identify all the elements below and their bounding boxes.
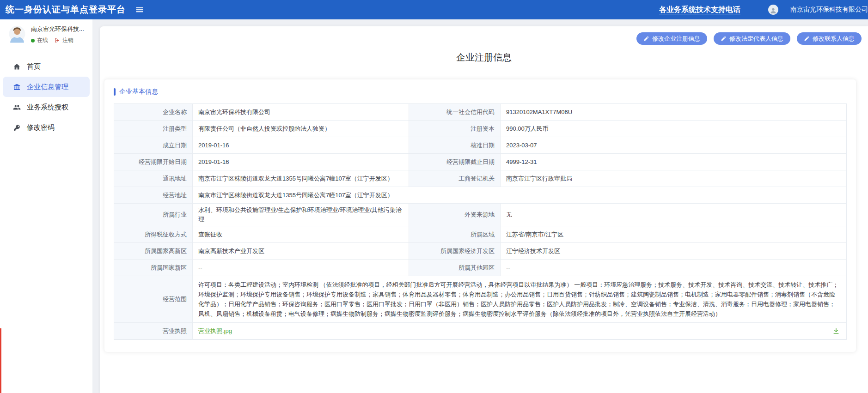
app-title: 统一身份认证与单点登录平台 bbox=[6, 4, 126, 16]
field-label: 通讯地址 bbox=[114, 170, 193, 187]
field-value: 无 bbox=[501, 204, 846, 226]
edit-icon bbox=[643, 36, 649, 42]
home-icon bbox=[13, 63, 21, 71]
user-avatar bbox=[7, 25, 27, 44]
key-icon bbox=[13, 124, 21, 132]
action-label: 修改法定代表人信息 bbox=[729, 35, 783, 43]
edit-legal-rep-button[interactable]: 修改法定代表人信息 bbox=[714, 32, 790, 45]
field-value: 南京市江宁区秣陵街道双龙大道1355号同曦公寓7幢107室（江宁开发区） bbox=[193, 187, 846, 204]
license-cell: 营业执照.jpg bbox=[193, 323, 846, 339]
field-value: -- bbox=[501, 260, 846, 276]
field-label: 所属国家高新区 bbox=[114, 243, 193, 260]
users-icon bbox=[13, 103, 21, 111]
business-scope-value: 许可项目：各类工程建设活动；室内环境检测 （依法须经批准的项目，经相关部门批准后… bbox=[193, 276, 846, 323]
info-card: 企业基本信息 企业名称南京宙光环保科技有限公司统一社会信用代码91320102M… bbox=[104, 79, 856, 352]
section-title: 企业基本信息 bbox=[119, 88, 158, 96]
field-value: 水利、环境和公共设施管理业/生态保护和环境治理业/环境治理业/其他污染治理 bbox=[193, 204, 409, 226]
field-label: 所属区域 bbox=[409, 226, 501, 243]
sidebar-item-label: 企业信息管理 bbox=[27, 83, 68, 91]
sidebar-username: 南京宙光环保科技... bbox=[31, 25, 84, 33]
online-status-label: 在线 bbox=[37, 36, 48, 44]
field-label: 营业执照 bbox=[114, 323, 193, 339]
field-label: 所属国家新区 bbox=[114, 260, 193, 276]
sidebar-item-home[interactable]: 首页 bbox=[3, 56, 90, 77]
field-value: 南京市江宁区行政审批局 bbox=[501, 170, 846, 187]
info-table: 企业名称南京宙光环保科技有限公司统一社会信用代码91320102MA1XT7M0… bbox=[114, 103, 847, 340]
support-phone-link[interactable]: 各业务系统技术支持电话 bbox=[659, 5, 740, 15]
field-label: 注册类型 bbox=[114, 121, 193, 137]
field-label: 经营范围 bbox=[114, 276, 193, 323]
field-label: 外资来源地 bbox=[409, 204, 501, 226]
field-value: 江苏省/南京市/江宁区 bbox=[501, 226, 846, 243]
field-value: 查账征收 bbox=[193, 226, 409, 243]
header-username: 南京宙光环保科技有限公司 bbox=[790, 6, 868, 14]
field-label: 所属其他园区 bbox=[409, 260, 501, 276]
action-label: 修改联系人信息 bbox=[813, 35, 855, 43]
edit-icon bbox=[721, 36, 727, 42]
field-value: 91320102MA1XT7M06U bbox=[501, 104, 846, 121]
field-value: 南京宙光环保科技有限公司 bbox=[193, 104, 409, 121]
field-label: 经营期限截止日期 bbox=[409, 154, 501, 170]
license-file-link[interactable]: 营业执照.jpg bbox=[198, 326, 232, 336]
field-value: 南京高新技术产业开发区 bbox=[193, 243, 409, 260]
field-label: 成立日期 bbox=[114, 137, 193, 154]
field-value: -- bbox=[193, 260, 409, 276]
edit-icon bbox=[804, 36, 810, 42]
red-edge-marker bbox=[0, 328, 1, 393]
page-title: 企业注册信息 bbox=[100, 51, 868, 64]
sidebar-item-label: 业务系统授权 bbox=[27, 103, 68, 112]
field-label: 经营地址 bbox=[114, 187, 193, 204]
sidebar-item-change-password[interactable]: 修改密码 bbox=[3, 117, 90, 138]
download-icon[interactable] bbox=[832, 327, 840, 335]
sidebar-item-enterprise-info[interactable]: 企业信息管理 bbox=[3, 77, 90, 97]
field-value: 4999-12-31 bbox=[501, 154, 846, 170]
header-avatar bbox=[768, 5, 778, 15]
edit-registration-button[interactable]: 修改企业注册信息 bbox=[636, 32, 707, 45]
logout-icon bbox=[54, 37, 60, 43]
sidebar-item-system-auth[interactable]: 业务系统授权 bbox=[3, 97, 90, 117]
field-value: 有限责任公司（非自然人投资或控股的法人独资） bbox=[193, 121, 409, 137]
field-value: 南京市江宁区秣陵街道双龙大道1355号同曦公寓7幢107室（江宁开发区） bbox=[193, 170, 409, 187]
sidebar-user-block: 南京宙光环保科技... 在线 注销 bbox=[0, 19, 92, 49]
edit-contact-button[interactable]: 修改联系人信息 bbox=[797, 32, 862, 45]
section-accent-bar bbox=[114, 88, 116, 96]
sidebar-item-label: 修改密码 bbox=[27, 123, 55, 132]
field-value: 2023-03-07 bbox=[501, 137, 846, 154]
menu-toggle-icon[interactable] bbox=[135, 5, 144, 14]
field-label: 工商登记机关 bbox=[409, 170, 501, 187]
online-dot-icon bbox=[31, 39, 35, 42]
sidebar-item-label: 首页 bbox=[27, 62, 41, 71]
field-label: 所属国家经济开发区 bbox=[409, 243, 501, 260]
field-value: 2019-01-16 bbox=[193, 154, 409, 170]
field-label: 注册资本 bbox=[409, 121, 501, 137]
sidebar: 南京宙光环保科技... 在线 注销 首页企业信息管理业务系统授权修改密码 bbox=[0, 19, 92, 393]
bank-icon bbox=[13, 83, 21, 91]
field-value: 990.00万人民币 bbox=[501, 121, 846, 137]
field-label: 经营期限开始日期 bbox=[114, 154, 193, 170]
field-label: 核准日期 bbox=[409, 137, 501, 154]
section-header: 企业基本信息 bbox=[114, 88, 847, 96]
field-label: 企业名称 bbox=[114, 104, 193, 121]
top-header: 统一身份认证与单点登录平台 各业务系统技术支持电话 南京宙光环保科技有限公司 bbox=[0, 0, 868, 19]
sidebar-menu: 首页企业信息管理业务系统授权修改密码 bbox=[0, 56, 92, 138]
field-value: 江宁经济技术开发区 bbox=[501, 243, 846, 260]
field-label: 所得税征收方式 bbox=[114, 226, 193, 243]
action-buttons-row: 修改企业注册信息修改法定代表人信息修改联系人信息 bbox=[100, 26, 868, 45]
field-value: 2019-01-16 bbox=[193, 137, 409, 154]
field-label: 统一社会信用代码 bbox=[409, 104, 501, 121]
main-panel: 修改企业注册信息修改法定代表人信息修改联系人信息 企业注册信息 企业基本信息 企… bbox=[100, 26, 868, 393]
field-label: 所属行业 bbox=[114, 204, 193, 226]
action-label: 修改企业注册信息 bbox=[652, 35, 700, 43]
logout-link[interactable]: 注销 bbox=[62, 36, 73, 44]
